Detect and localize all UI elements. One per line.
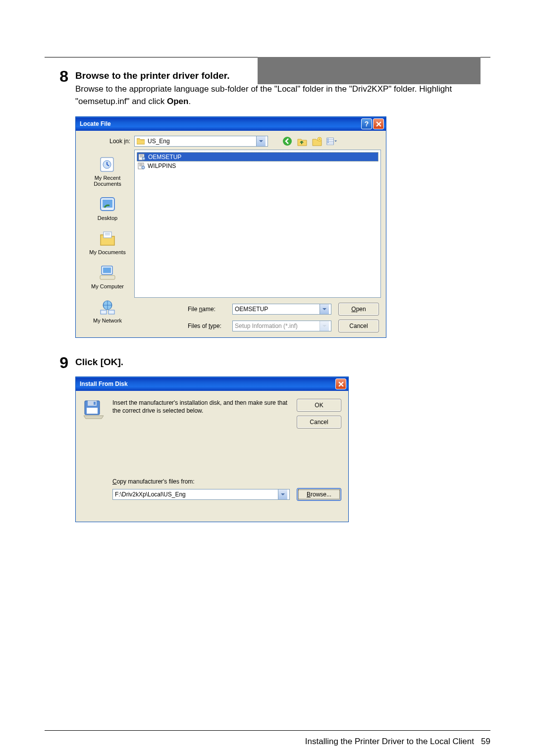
locate-file-title: Locate File (80, 120, 360, 127)
file-type-dropdown: Setup Information (*.inf) (232, 321, 331, 331)
svg-point-2 (283, 137, 292, 146)
svg-rect-5 (328, 139, 329, 140)
svg-point-20 (142, 157, 145, 160)
cancel-button[interactable]: Cancel (297, 416, 341, 429)
recent-icon (98, 156, 117, 173)
footer-page: 59 (481, 737, 490, 746)
step-9-number: 9 (45, 355, 75, 522)
place-mynetwork-label: My Network (93, 318, 122, 324)
ok-button[interactable]: OK (297, 399, 341, 412)
place-mycomputer[interactable]: My Computer (81, 261, 134, 295)
look-in-dropdown[interactable]: US_Eng (134, 136, 268, 147)
look-in-value: US_Eng (148, 138, 256, 145)
install-disk-title: Install From Disk (80, 380, 334, 387)
svg-rect-6 (328, 140, 329, 141)
svg-rect-11 (103, 200, 112, 208)
file-oemsetup-label: OEMSETUP (148, 154, 181, 161)
inf-file-icon (138, 154, 146, 161)
file-wilppins[interactable]: WILPPINS (137, 162, 378, 170)
install-disk-message: Insert the manufacturer's installation d… (112, 399, 289, 429)
copy-from-input[interactable]: F:\Driv2kXp\Local\US_Eng (112, 489, 290, 500)
file-name-input[interactable]: OEMSETUP (232, 304, 331, 315)
mydocs-icon (98, 230, 117, 248)
back-icon[interactable] (282, 136, 293, 147)
floppy-drive-icon (83, 399, 105, 429)
place-mycomputer-label: My Computer (91, 283, 124, 289)
file-type-label: Files of type: (188, 323, 232, 329)
locate-file-titlebar[interactable]: Locate File ? (76, 117, 386, 131)
places-bar: My Recent Documents Desktop (81, 150, 134, 332)
svg-rect-7 (328, 142, 329, 143)
header-tab (258, 57, 481, 84)
place-recent[interactable]: My Recent Documents (81, 153, 134, 193)
step-8: 8 Browse to the printer driver folder. B… (45, 68, 490, 338)
file-name-value: OEMSETUP (235, 306, 320, 313)
footer-text: Installing the Printer Driver to the Loc… (305, 737, 474, 746)
svg-rect-17 (101, 310, 107, 314)
file-list[interactable]: OEMSETUP WILPPINS (134, 150, 381, 298)
file-name-label: File name: (188, 306, 232, 313)
install-disk-titlebar[interactable]: Install From Disk (76, 377, 348, 391)
new-folder-icon[interactable] (312, 136, 322, 147)
place-mynetwork[interactable]: My Network (81, 295, 134, 329)
place-desktop-label: Desktop (98, 215, 117, 221)
copy-from-value: F:\Driv2kXp\Local\US_Eng (115, 491, 278, 498)
copy-from-label: Copy manufacturer's files from: (112, 478, 341, 485)
step-9-title: Click [OK]. (75, 357, 490, 368)
step-8-number: 8 (45, 68, 75, 338)
svg-rect-14 (103, 268, 111, 273)
up-one-level-icon[interactable] (297, 136, 308, 147)
svg-point-22 (142, 166, 145, 169)
locate-file-dialog: Locate File ? Look in: (75, 116, 386, 338)
file-type-value: Setup Information (*.inf) (235, 323, 320, 329)
step-9: 9 Click [OK]. Install From Disk Insert (45, 355, 490, 522)
cancel-button[interactable]: Cancel (338, 320, 379, 332)
browse-button[interactable]: Browse... (297, 488, 341, 501)
open-button[interactable]: Open (338, 303, 379, 316)
mynetwork-icon (98, 298, 117, 316)
inf-file-icon (138, 162, 146, 169)
place-recent-label: My Recent Documents (94, 175, 121, 187)
help-button[interactable]: ? (361, 118, 372, 129)
svg-rect-27 (94, 402, 96, 405)
close-button[interactable] (373, 118, 384, 129)
footer-rule (45, 730, 490, 731)
svg-rect-28 (87, 408, 98, 414)
folder-icon (137, 138, 145, 145)
close-button[interactable] (335, 378, 346, 389)
file-wilppins-label: WILPPINS (148, 162, 176, 169)
desktop-icon (98, 196, 117, 214)
dropdown-arrow-icon (320, 321, 329, 331)
dropdown-arrow-icon[interactable] (256, 136, 266, 146)
mycomputer-icon (98, 264, 117, 282)
install-from-disk-dialog: Install From Disk Insert the manufacture… (75, 377, 349, 522)
place-desktop[interactable]: Desktop (81, 193, 134, 227)
page-footer: Installing the Printer Driver to the Loc… (45, 737, 490, 747)
dropdown-arrow-icon[interactable] (278, 489, 287, 499)
step-8-text: Browse to the appropriate language sub-f… (75, 83, 490, 108)
svg-rect-15 (100, 275, 115, 279)
look-in-label: Look in: (81, 138, 130, 145)
dropdown-arrow-icon[interactable] (320, 304, 329, 314)
svg-rect-18 (108, 310, 114, 314)
place-mydocs[interactable]: My Documents (81, 227, 134, 261)
place-mydocs-label: My Documents (89, 249, 125, 255)
views-icon[interactable] (326, 136, 337, 147)
file-oemsetup[interactable]: OEMSETUP (137, 152, 378, 162)
